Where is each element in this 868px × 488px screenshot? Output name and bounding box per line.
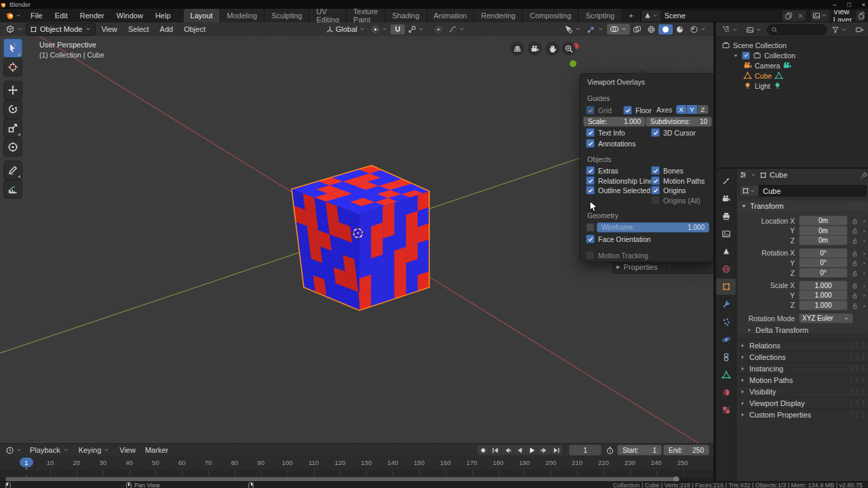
workspace-tab-rendering[interactable]: Rendering	[474, 9, 523, 22]
animate-dot[interactable]	[861, 217, 867, 225]
checkbox-annotations[interactable]: Annotations	[586, 139, 635, 148]
shading-rendered-button[interactable]	[687, 24, 709, 35]
value-field[interactable]: 1.000	[799, 281, 848, 291]
scene-unlink-button[interactable]	[795, 10, 806, 22]
animate-dot[interactable]	[861, 226, 867, 235]
mode-selector[interactable]: Object Mode	[26, 23, 96, 36]
properties-tab-world[interactable]	[716, 261, 736, 277]
nav-camera-view-button[interactable]	[528, 41, 542, 56]
tool-measure[interactable]	[3, 180, 22, 199]
object-name-input[interactable]: Cube	[759, 185, 867, 197]
panel-drag-handle[interactable]: ⋮⋮	[661, 264, 673, 270]
scene-new-button[interactable]	[783, 10, 795, 22]
outliner-row-light[interactable]: Light	[716, 81, 868, 91]
viewport-menu-add[interactable]: Add	[155, 22, 179, 36]
properties-tab-physics[interactable]	[716, 331, 736, 348]
tool-select-box[interactable]	[3, 39, 22, 58]
menu-render[interactable]: Render	[74, 9, 111, 22]
view-layer-name[interactable]: View Layer	[829, 9, 856, 22]
panel-drag-handle[interactable]: ⋮⋮⋮	[848, 411, 867, 418]
transform-orientation-selector[interactable]: Global	[323, 24, 368, 35]
view-layer-selector[interactable]: View Layer	[810, 9, 865, 22]
properties-tab-view-layer[interactable]	[716, 226, 736, 242]
panel-drag-handle[interactable]: ⋮⋮⋮	[848, 377, 867, 383]
xray-toggle[interactable]	[630, 24, 644, 35]
transform-pivot-selector[interactable]	[368, 24, 391, 35]
properties-tab-output[interactable]	[716, 208, 736, 224]
proportional-editing-toggle[interactable]	[431, 24, 446, 35]
view-layer-browse-button[interactable]	[810, 10, 829, 22]
outliner-display-mode[interactable]	[743, 25, 765, 35]
lock-toggle[interactable]	[851, 268, 859, 277]
outliner-item-label[interactable]: Scene Collection	[733, 41, 787, 49]
checkbox-motion-paths[interactable]: Motion Paths	[651, 176, 705, 185]
transport-record-button[interactable]	[477, 445, 489, 455]
pin-id-button[interactable]	[860, 170, 868, 179]
properties-tab-particles[interactable]	[716, 314, 736, 330]
transport-jump-start-button[interactable]	[490, 445, 501, 455]
editor-type-button[interactable]	[3, 24, 26, 35]
wireframe-slider[interactable]: Wireframe:1.000	[597, 222, 709, 232]
outliner-row-cube[interactable]: Cube	[716, 70, 868, 81]
timeline-menu-keying[interactable]: Keying	[74, 443, 115, 457]
value-field[interactable]: 0°	[799, 248, 848, 258]
snap-toggle[interactable]	[391, 24, 405, 35]
properties-tab-texture[interactable]	[716, 402, 736, 418]
axis-toggle-y[interactable]: Y	[687, 105, 698, 114]
editor-type-button[interactable]	[719, 24, 741, 35]
object-name-field[interactable]: Cube	[739, 185, 867, 197]
lock-toggle[interactable]	[851, 236, 859, 245]
workspace-tab-uv-editing[interactable]: UV Editing	[309, 9, 347, 22]
breadcrumb-object[interactable]: Cube	[770, 171, 787, 179]
transform-panel-header[interactable]: Transform⋮⋮⋮	[738, 201, 868, 211]
id-type-button[interactable]	[739, 185, 759, 197]
properties-tab-scene[interactable]	[716, 243, 736, 260]
viewport-menu-select[interactable]: Select	[123, 22, 155, 36]
frame-end-field[interactable]: End:250	[663, 445, 709, 455]
grid-scale-slider[interactable]: Scale:1.000	[583, 117, 646, 127]
new-collection-button[interactable]	[852, 24, 867, 35]
panel-instancing[interactable]: Instancing⋮⋮⋮	[736, 363, 868, 373]
outliner-filter-button[interactable]	[829, 25, 850, 35]
checkbox-face-orientation[interactable]: Face Orientation	[586, 235, 651, 243]
panel-drag-handle[interactable]: ⋮⋮⋮	[848, 342, 867, 348]
workspace-tab-shading[interactable]: Shading	[385, 9, 427, 22]
checkbox-origins-all-[interactable]: Origins (All)	[651, 196, 701, 205]
panel-collections[interactable]: Collections⋮⋮⋮	[736, 351, 868, 362]
nav-pan-hand-button[interactable]	[545, 41, 559, 56]
timeline-ruler[interactable]: 1102030405060708090100110120130140150160…	[0, 456, 713, 470]
panel-drag-handle[interactable]: ⋮⋮⋮	[848, 388, 867, 394]
menu-edit[interactable]: Edit	[49, 9, 74, 22]
menu-window[interactable]: Window	[111, 9, 149, 22]
scene-name[interactable]: Scene	[660, 12, 783, 20]
delta-transform-panel[interactable]: Delta Transform	[746, 326, 808, 334]
lock-toggle[interactable]	[851, 259, 859, 268]
nav-perspective-grid-button[interactable]	[510, 41, 524, 56]
scene-browse-button[interactable]	[642, 10, 660, 22]
menu-file[interactable]: File	[24, 9, 49, 22]
checkbox-text-info[interactable]: Text Info	[586, 128, 625, 137]
transport-jump-end-button[interactable]	[551, 445, 562, 455]
grid-subdivisions-slider[interactable]: Subdivisions:10	[646, 117, 712, 127]
timeline-menu-marker[interactable]: Marker	[140, 443, 173, 457]
outliner-item-label[interactable]: Camera	[755, 62, 780, 70]
lock-toggle[interactable]	[851, 301, 859, 310]
panel-visibility[interactable]: Visibility⋮⋮⋮	[736, 386, 868, 396]
use-preview-range-toggle[interactable]	[606, 445, 614, 455]
panel-viewport-display[interactable]: Viewport Display⋮⋮⋮	[736, 397, 868, 408]
panel-drag-handle[interactable]: ⋮⋮⋮	[847, 203, 865, 209]
properties-tab-object[interactable]	[716, 279, 736, 295]
transport-prev-key-button[interactable]	[502, 445, 513, 455]
tool-scale[interactable]	[3, 119, 22, 138]
checkbox-3d-cursor[interactable]: 3D Cursor	[651, 128, 696, 137]
panel-motion-paths[interactable]: Motion Paths⋮⋮⋮	[736, 374, 868, 385]
transport-play-button[interactable]	[526, 445, 538, 455]
properties-tab-data[interactable]	[716, 367, 736, 383]
transport-next-key-button[interactable]	[538, 445, 550, 455]
tool-rotate[interactable]	[3, 100, 22, 119]
3d-viewport[interactable]: User Perspective (1) Collection | Cube ▸…	[0, 36, 713, 443]
lock-toggle[interactable]	[851, 281, 859, 290]
collection-checkbox[interactable]	[742, 52, 750, 60]
transport-play-back-button[interactable]	[514, 445, 526, 455]
tool-move[interactable]	[3, 81, 22, 100]
